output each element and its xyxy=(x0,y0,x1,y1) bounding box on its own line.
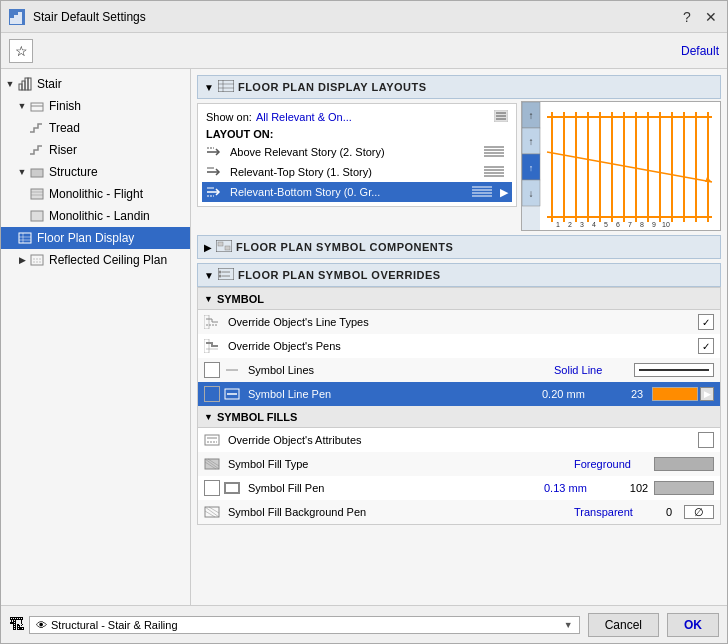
symbol-line-pen-color-swatch[interactable] xyxy=(652,387,698,401)
svg-text:6: 6 xyxy=(616,221,620,228)
sidebar-label-finish: Finish xyxy=(49,99,81,113)
symbol-line-pen-row[interactable]: Symbol Line Pen 0.20 mm 23 ▶ xyxy=(198,382,720,406)
sidebar-item-finish[interactable]: ▼ Finish xyxy=(1,95,190,117)
sidebar-item-reflected-ceiling[interactable]: ▶ Reflected Ceiling Plan xyxy=(1,249,190,271)
sidebar-item-mono-flight[interactable]: Monolithic - Flight xyxy=(1,183,190,205)
symbol-overrides-header[interactable]: ▼ FLOOR PLAN SYMBOL OVERRIDES xyxy=(197,263,721,287)
sidebar-label-floor-plan: Floor Plan Display xyxy=(37,231,134,245)
layout-row-top[interactable]: Relevant-Top Story (1. Story) xyxy=(202,162,512,182)
star-button[interactable]: ☆ xyxy=(9,39,33,63)
override-linetype-check[interactable]: ✓ xyxy=(698,314,714,330)
layouts-arrow-icon: ▼ xyxy=(204,82,214,93)
layouts-section-header[interactable]: ▼ FLOOR PLAN DISPLAY LAYOUTS xyxy=(197,75,721,99)
sidebar-item-floor-plan[interactable]: Floor Plan Display xyxy=(1,227,190,249)
mono-flight-icon xyxy=(29,186,45,202)
title-bar-left: Stair Default Settings xyxy=(9,9,146,25)
fill-bg-pen-num: 0 xyxy=(654,506,684,518)
svg-rect-88 xyxy=(218,242,223,246)
sidebar-label-ceiling: Reflected Ceiling Plan xyxy=(49,253,167,267)
title-bar-right: ? ✕ xyxy=(679,9,719,25)
default-link[interactable]: Default xyxy=(681,44,719,58)
symbol-subsection-header: ▼ SYMBOL xyxy=(198,288,720,310)
sidebar-label-structure: Structure xyxy=(49,165,98,179)
symbol-lines-value: Solid Line xyxy=(554,364,634,376)
overrides-arrow-icon: ▼ xyxy=(204,270,214,281)
svg-text:8: 8 xyxy=(640,221,644,228)
sidebar-label-mono-flight: Monolithic - Flight xyxy=(49,187,143,201)
svg-rect-7 xyxy=(31,103,43,111)
sidebar-item-mono-landing[interactable]: Monolithic - Landin xyxy=(1,205,190,227)
sidebar: ▼ Stair ▼ Finish xyxy=(1,69,191,605)
override-pens-icon xyxy=(204,339,224,353)
fill-type-swatch[interactable] xyxy=(654,457,714,471)
fill-bg-pen-label: Symbol Fill Background Pen xyxy=(228,506,574,518)
symbol-line-pen-label: Symbol Line Pen xyxy=(248,388,542,400)
ok-button[interactable]: OK xyxy=(667,613,719,637)
sidebar-label-riser: Riser xyxy=(49,143,77,157)
fill-type-label: Symbol Fill Type xyxy=(228,458,574,470)
layout-row-bottom[interactable]: Relevant-Bottom Story (0. Gr... ▶ xyxy=(202,182,512,202)
symbol-subsection-label: SYMBOL xyxy=(217,293,264,305)
fill-pen-swatch[interactable] xyxy=(654,481,714,495)
svg-rect-9 xyxy=(31,169,43,177)
sidebar-item-stair[interactable]: ▼ Stair xyxy=(1,73,190,95)
svg-rect-96 xyxy=(204,339,209,353)
override-pens-check[interactable]: ✓ xyxy=(698,338,714,354)
show-on-label: Show on: xyxy=(206,111,252,123)
svg-rect-14 xyxy=(19,233,31,243)
row-above-icon xyxy=(206,145,226,159)
sidebar-item-structure[interactable]: ▼ Structure xyxy=(1,161,190,183)
ceiling-icon xyxy=(29,252,45,268)
svg-text:1: 1 xyxy=(556,221,560,228)
override-attrib-check[interactable] xyxy=(698,432,714,448)
show-on-menu-icon[interactable] xyxy=(494,110,508,124)
svg-text:7: 7 xyxy=(628,221,632,228)
override-pens-checkmark: ✓ xyxy=(702,341,710,352)
help-button[interactable]: ? xyxy=(679,9,695,25)
stair-tree-icon xyxy=(17,76,33,92)
symbol-line-pen-expand-btn[interactable]: ▶ xyxy=(700,387,714,401)
right-panel: ▼ FLOOR PLAN DISPLAY LAYOUTS Show on: Al… xyxy=(191,69,727,605)
cancel-button[interactable]: Cancel xyxy=(588,613,659,637)
symbol-lines-swatch[interactable] xyxy=(634,363,714,377)
symbol-fills-label: SYMBOL FILLS xyxy=(217,411,297,423)
main-content: ▼ Stair ▼ Finish xyxy=(1,69,727,605)
overrides-icon xyxy=(218,268,234,283)
fill-pen-label: Symbol Fill Pen xyxy=(248,482,544,494)
mono-landing-icon xyxy=(29,208,45,224)
fill-bg-pen-phi-btn[interactable]: ∅ xyxy=(684,505,714,519)
symbol-lines-check[interactable] xyxy=(204,362,220,378)
layout-row-bottom-label: Relevant-Bottom Story (0. Gr... xyxy=(230,186,380,198)
sidebar-label-mono-landing: Monolithic - Landin xyxy=(49,209,150,223)
show-on-value[interactable]: All Relevant & On... xyxy=(256,111,352,123)
symbol-fill-type-row: Symbol Fill Type Foreground xyxy=(198,452,720,476)
window-title: Stair Default Settings xyxy=(33,10,146,24)
symbol-fill-pen-row: Symbol Fill Pen 0.13 mm 102 xyxy=(198,476,720,500)
layout-row-top-label: Relevant-Top Story (1. Story) xyxy=(230,166,372,178)
components-icon xyxy=(216,240,232,255)
structural-dropdown[interactable]: 👁 Structural - Stair & Railing ▼ xyxy=(29,616,580,634)
svg-rect-90 xyxy=(218,268,234,280)
svg-rect-107 xyxy=(225,483,239,493)
sidebar-item-tread[interactable]: Tread xyxy=(1,117,190,139)
show-on-row: Show on: All Relevant & On... xyxy=(202,108,512,126)
symbol-overrides-section: ▼ FLOOR PLAN SYMBOL OVERRIDES ▼ SYMBOL xyxy=(197,263,721,525)
symbol-line-pen-icon xyxy=(224,387,244,401)
fill-bg-pen-icon xyxy=(204,505,224,519)
symbol-components-header[interactable]: ▶ FLOOR PLAN SYMBOL COMPONENTS xyxy=(197,235,721,259)
svg-text:9: 9 xyxy=(652,221,656,228)
sidebar-label-stair: Stair xyxy=(37,77,62,91)
override-attrib-label: Override Object's Attributes xyxy=(228,434,698,446)
ceiling-arrow: ▶ xyxy=(17,255,27,265)
close-button[interactable]: ✕ xyxy=(703,9,719,25)
sidebar-item-riser[interactable]: Riser xyxy=(1,139,190,161)
tread-icon xyxy=(29,120,45,136)
layout-row-above[interactable]: Above Relevant Story (2. Story) xyxy=(202,142,512,162)
symbol-components-section: ▶ FLOOR PLAN SYMBOL COMPONENTS xyxy=(197,235,721,259)
symbol-line-pen-check[interactable] xyxy=(204,386,220,402)
symbol-fill-pen-check[interactable] xyxy=(204,480,220,496)
bottom-bar: 🏗 👁 Structural - Stair & Railing ▼ Cance… xyxy=(1,605,727,643)
eye-icon: 👁 xyxy=(36,619,47,631)
override-linetype-label: Override Object's Line Types xyxy=(228,316,698,328)
structural-label: Structural - Stair & Railing xyxy=(51,619,178,631)
